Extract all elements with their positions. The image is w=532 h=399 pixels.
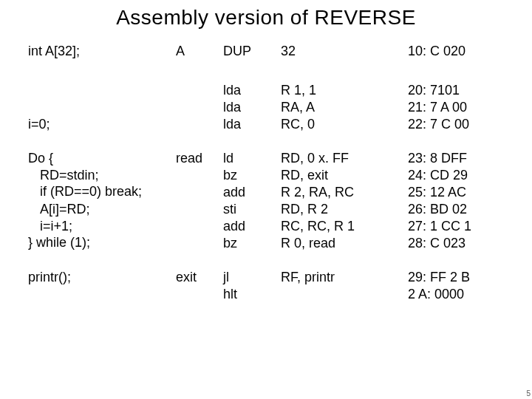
asm-operand: R 0, read <box>281 235 392 252</box>
c-src-init: i=0; <box>28 116 176 133</box>
c-src-line: Do { <box>28 151 53 166</box>
asm-mnemonic: jl <box>223 269 282 286</box>
c-src-line: RD=stdin; <box>28 167 176 184</box>
slide-title: Assembly version of REVERSE <box>0 6 532 30</box>
c-src-line: i=0; <box>28 117 50 132</box>
asm-encoding: 27: 1 CC 1 <box>408 218 511 235</box>
asm-mnemonic: add <box>223 218 282 235</box>
asm-encoding: 23: 8 DFF <box>408 150 511 167</box>
c-src-line: i=i+1; <box>28 218 176 235</box>
c-src-line: if (RD==0) break; <box>28 183 176 200</box>
asm-operand: RD, R 2 <box>281 201 392 218</box>
asm-encoding: 10: C 020 <box>408 43 511 60</box>
c-src-loop-head: Do { RD=stdin; if (RD==0) break; <box>28 150 176 200</box>
asm-encoding: 25: 12 AC <box>408 184 511 201</box>
asm-mnemonic: DUP <box>223 43 282 60</box>
asm-label: read <box>176 150 220 167</box>
asm-mnemonic: lda <box>223 99 282 116</box>
asm-mnemonic: lda <box>223 116 282 133</box>
asm-encoding: 22: 7 C 00 <box>408 116 511 133</box>
c-src-line: A[i]=RD; <box>28 201 176 218</box>
asm-mnemonic: add <box>223 184 282 201</box>
page-number: 5 <box>526 389 531 398</box>
asm-mnemonic: ld <box>223 150 282 167</box>
asm-encoding: 26: BD 02 <box>408 201 511 218</box>
asm-mnemonic: bz <box>223 235 282 252</box>
asm-operand: RC, RC, R 1 <box>281 218 392 235</box>
c-src-loop-body: A[i]=RD; i=i+1; } while (1); <box>28 201 176 251</box>
asm-mnemonic: bz <box>223 167 282 184</box>
asm-encoding: 21: 7 A 00 <box>408 99 511 116</box>
asm-operand: RC, 0 <box>281 116 392 133</box>
asm-operand: RD, 0 x. FF <box>281 150 392 167</box>
asm-operand: 32 <box>281 43 392 60</box>
asm-mnemonic: hlt <box>223 286 282 303</box>
asm-encoding: 2 A: 0000 <box>408 286 511 303</box>
asm-encoding: 29: FF 2 B <box>408 269 511 286</box>
asm-operand: RF, printr <box>281 269 392 286</box>
asm-operand: R 2, RA, RC <box>281 184 392 201</box>
asm-encoding: 20: 7101 <box>408 82 511 99</box>
asm-encoding: 28: C 023 <box>408 235 511 252</box>
c-src-line: } while (1); <box>28 235 90 250</box>
asm-mnemonic: sti <box>223 201 282 218</box>
asm-operand: RA, A <box>281 99 392 116</box>
asm-label: exit <box>176 269 220 286</box>
asm-operand: R 1, 1 <box>281 82 392 99</box>
asm-mnemonic: lda <box>223 82 282 99</box>
asm-operand: RD, exit <box>281 167 392 184</box>
c-src-decl: int A[32]; <box>28 43 176 60</box>
asm-label: A <box>176 43 220 60</box>
c-src-call: printr(); <box>28 269 176 286</box>
asm-encoding: 24: CD 29 <box>408 167 511 184</box>
